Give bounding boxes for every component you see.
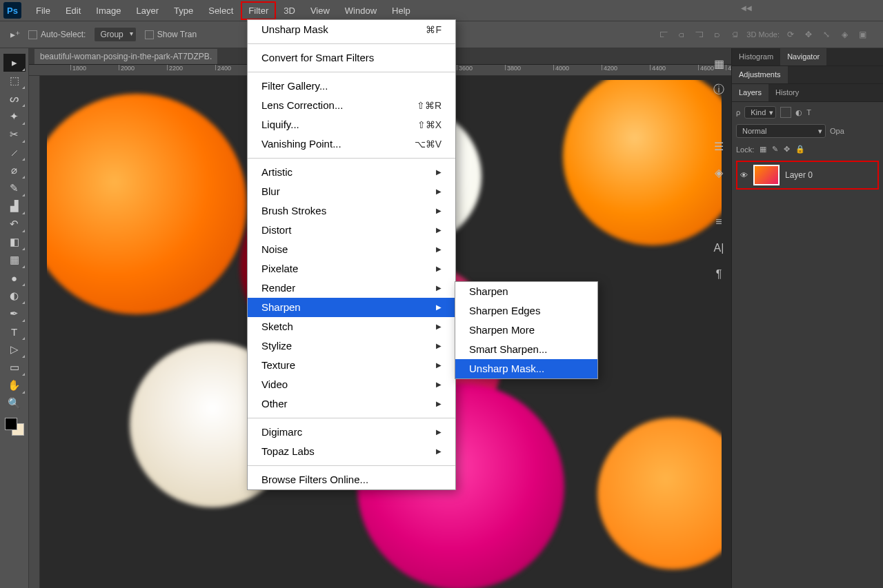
kind-adjust-icon[interactable]: ◐ bbox=[795, 108, 802, 117]
menu-edit[interactable]: Edit bbox=[58, 1, 88, 20]
menu-window[interactable]: Window bbox=[337, 1, 384, 20]
menu-3d[interactable]: 3D bbox=[276, 1, 303, 20]
menu-view[interactable]: View bbox=[303, 1, 337, 20]
path-selection-tool[interactable]: ▷ bbox=[3, 341, 26, 358]
move-tool[interactable]: ▸ bbox=[3, 54, 26, 72]
lock-all-icon[interactable]: 🔒 bbox=[795, 145, 805, 154]
filter-item-sketch[interactable]: Sketch bbox=[248, 317, 455, 336]
align-right-icon[interactable]: ⫎ bbox=[693, 28, 706, 41]
filter-item-video[interactable]: Video bbox=[248, 375, 455, 394]
mini-adjust-icon[interactable]: ☰ bbox=[711, 138, 727, 154]
auto-select-checkbox[interactable]: Auto-Select: bbox=[28, 30, 86, 39]
eyedropper-tool[interactable]: ⟋ bbox=[3, 143, 26, 161]
panel-tab-navigator[interactable]: Navigator bbox=[780, 48, 826, 65]
lock-pixels-icon[interactable]: ▦ bbox=[760, 145, 766, 154]
layer-thumbnail[interactable] bbox=[753, 165, 780, 185]
lasso-tool[interactable]: ᔕ bbox=[3, 90, 26, 108]
menu-help[interactable]: Help bbox=[384, 1, 418, 20]
kind-filter-dropdown[interactable]: Kind bbox=[744, 106, 776, 119]
menu-type[interactable]: Type bbox=[166, 1, 201, 20]
layer-name[interactable]: Layer 0 bbox=[785, 170, 813, 180]
mini-swatches-icon[interactable]: ▦ bbox=[711, 55, 727, 72]
auto-select-dropdown[interactable]: Group bbox=[94, 27, 136, 42]
menu-filter[interactable]: Filter bbox=[241, 1, 276, 20]
mini-paragraph-icon[interactable]: ≡ bbox=[711, 214, 727, 230]
healing-brush-tool[interactable]: ⌀ bbox=[3, 161, 26, 179]
filter-item-liquify-[interactable]: Liquify...⇧⌘X bbox=[248, 115, 455, 134]
panel-tab-adjustments[interactable]: Adjustments bbox=[732, 66, 788, 83]
filter-item-render[interactable]: Render bbox=[248, 278, 455, 298]
filter-item-filter-gallery-[interactable]: Filter Gallery... bbox=[248, 77, 455, 96]
lock-position-icon[interactable]: ✥ bbox=[784, 145, 790, 154]
filter-menu-convert[interactable]: Convert for Smart Filters bbox=[248, 48, 455, 68]
blur-tool[interactable]: ● bbox=[3, 269, 26, 287]
mini-info-icon[interactable]: ⓘ bbox=[711, 81, 727, 98]
menu-layer[interactable]: Layer bbox=[129, 1, 167, 20]
filter-item-distort[interactable]: Distort bbox=[248, 221, 455, 240]
distribute-v-icon[interactable]: ⫑ bbox=[728, 28, 742, 41]
filter-item-pixelate[interactable]: Pixelate bbox=[248, 259, 455, 278]
sharpen-item-sharpen[interactable]: Sharpen bbox=[455, 282, 597, 301]
sharpen-item-sharpen-more[interactable]: Sharpen More bbox=[455, 321, 597, 340]
color-swatch[interactable] bbox=[5, 418, 24, 436]
3d-scale-icon[interactable]: ◈ bbox=[837, 28, 851, 41]
align-left-icon[interactable]: ⫍ bbox=[657, 28, 671, 41]
filter-menu-browse[interactable]: Browse Filters Online... bbox=[248, 470, 455, 489]
collapse-icon[interactable]: ◀◀ bbox=[741, 4, 752, 12]
brush-tool[interactable]: ✎ bbox=[3, 179, 26, 197]
show-transform-checkbox[interactable]: Show Tran bbox=[145, 30, 197, 39]
type-tool[interactable]: T bbox=[3, 323, 26, 341]
panel-tab-history[interactable]: History bbox=[768, 84, 806, 101]
filter-item-texture[interactable]: Texture bbox=[248, 356, 455, 375]
hand-tool[interactable]: ✋ bbox=[3, 376, 26, 394]
layer-row[interactable]: 👁 Layer 0 bbox=[736, 161, 879, 190]
foreground-color[interactable] bbox=[5, 418, 17, 430]
filter-item-digimarc[interactable]: Digimarc bbox=[248, 423, 455, 442]
filter-item-vanishing-point-[interactable]: Vanishing Point...⌥⌘V bbox=[248, 134, 455, 154]
eraser-tool[interactable]: ◧ bbox=[3, 233, 26, 251]
lock-brush-icon[interactable]: ✎ bbox=[772, 145, 778, 154]
filter-item-blur[interactable]: Blur bbox=[248, 182, 455, 201]
filter-item-brush-strokes[interactable]: Brush Strokes bbox=[248, 201, 455, 221]
3d-orbit-icon[interactable]: ⟳ bbox=[784, 28, 797, 41]
document-tab[interactable]: beautiful-woman-posing-in-the-park-AT7DZ… bbox=[34, 49, 217, 64]
align-center-icon[interactable]: ⫏ bbox=[675, 28, 688, 41]
mini-character-icon[interactable]: A| bbox=[711, 240, 727, 256]
menu-select[interactable]: Select bbox=[201, 1, 241, 20]
filter-item-topaz-labs[interactable]: Topaz Labs bbox=[248, 442, 455, 461]
filter-menu-last[interactable]: Unsharp Mask ⌘F bbox=[248, 20, 455, 39]
marquee-tool[interactable]: ⬚ bbox=[3, 72, 26, 90]
gradient-tool[interactable]: ▦ bbox=[3, 251, 26, 269]
menu-image[interactable]: Image bbox=[88, 1, 128, 20]
crop-tool[interactable]: ✂ bbox=[3, 125, 26, 143]
menu-file[interactable]: File bbox=[28, 1, 58, 20]
mini-glyph-icon[interactable]: ¶ bbox=[711, 266, 727, 283]
filter-item-other[interactable]: Other bbox=[248, 394, 455, 414]
distribute-h-icon[interactable]: ⫐ bbox=[711, 28, 724, 41]
kind-pixel-icon[interactable] bbox=[780, 107, 791, 118]
panel-tab-histogram[interactable]: Histogram bbox=[732, 48, 780, 65]
magic-wand-tool[interactable]: ✦ bbox=[3, 108, 26, 125]
blend-mode-dropdown[interactable]: Normal bbox=[736, 124, 826, 138]
mini-styles-icon[interactable]: ◈ bbox=[711, 164, 727, 181]
filter-item-sharpen[interactable]: Sharpen bbox=[248, 298, 455, 317]
filter-item-lens-correction-[interactable]: Lens Correction...⇧⌘R bbox=[248, 96, 455, 115]
3d-slide-icon[interactable]: ⤡ bbox=[820, 28, 833, 41]
filter-item-artistic[interactable]: Artistic bbox=[248, 163, 455, 182]
rectangle-tool[interactable]: ▭ bbox=[3, 358, 26, 376]
dodge-tool[interactable]: ◐ bbox=[3, 287, 26, 305]
sharpen-item-unsharp-mask-[interactable]: Unsharp Mask... bbox=[455, 359, 597, 378]
clone-stamp-tool[interactable]: ▟ bbox=[3, 197, 26, 215]
sharpen-item-smart-sharpen-[interactable]: Smart Sharpen... bbox=[455, 340, 597, 359]
zoom-tool[interactable]: 🔍 bbox=[3, 394, 26, 412]
layer-visibility-icon[interactable]: 👁 bbox=[740, 171, 748, 179]
3d-camera-icon[interactable]: ▣ bbox=[855, 28, 869, 41]
kind-type-icon[interactable]: T bbox=[806, 108, 811, 116]
filter-item-stylize[interactable]: Stylize bbox=[248, 336, 455, 356]
filter-item-noise[interactable]: Noise bbox=[248, 240, 455, 259]
panel-tab-layers[interactable]: Layers bbox=[732, 84, 768, 101]
3d-pan-icon[interactable]: ✥ bbox=[802, 28, 815, 41]
pen-tool[interactable]: ✒ bbox=[3, 305, 26, 323]
sharpen-item-sharpen-edges[interactable]: Sharpen Edges bbox=[455, 301, 597, 321]
history-brush-tool[interactable]: ↶ bbox=[3, 215, 26, 233]
